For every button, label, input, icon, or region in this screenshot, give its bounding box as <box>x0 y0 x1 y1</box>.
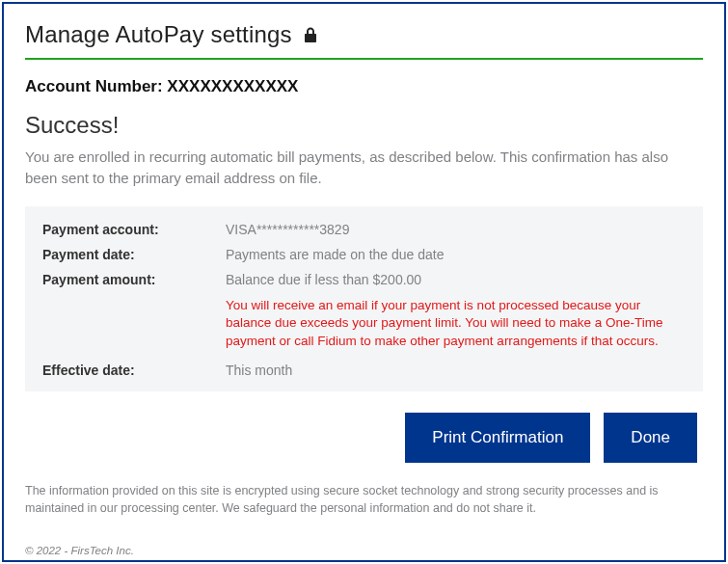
payment-limit-warning: You will receive an email if your paymen… <box>226 297 686 352</box>
security-disclaimer: The information provided on this site is… <box>25 482 703 517</box>
title-row: Manage AutoPay settings <box>25 21 703 48</box>
success-description: You are enrolled in recurring automatic … <box>25 147 703 189</box>
button-row: Print Confirmation Done <box>25 413 703 463</box>
payment-date-value: Payments are made on the due date <box>226 247 686 262</box>
account-number-row: Account Number: XXXXXXXXXXXX <box>25 77 703 96</box>
copyright: © 2022 - FirsTech Inc. <box>25 545 134 556</box>
payment-date-row: Payment date: Payments are made on the d… <box>42 247 686 262</box>
divider <box>25 58 703 60</box>
effective-date-value: This month <box>226 363 686 378</box>
print-confirmation-button[interactable]: Print Confirmation <box>405 413 590 463</box>
lock-icon <box>304 27 317 42</box>
done-button[interactable]: Done <box>604 413 697 463</box>
account-number-value: XXXXXXXXXXXX <box>167 77 298 95</box>
payment-amount-row: Payment amount: Balance due if less than… <box>42 272 686 287</box>
autopay-settings-panel: Manage AutoPay settings Account Number: … <box>2 2 726 562</box>
payment-account-label: Payment account: <box>42 222 226 237</box>
payment-amount-value: Balance due if less than $200.00 <box>226 272 686 287</box>
payment-date-label: Payment date: <box>42 247 226 262</box>
page-title: Manage AutoPay settings <box>25 21 292 48</box>
effective-date-row: Effective date: This month <box>42 363 686 378</box>
success-heading: Success! <box>25 112 703 139</box>
effective-date-label: Effective date: <box>42 363 226 378</box>
payment-account-row: Payment account: VISA************3829 <box>42 222 686 237</box>
payment-account-value: VISA************3829 <box>226 222 686 237</box>
account-number-label: Account Number: <box>25 77 163 95</box>
payment-amount-label: Payment amount: <box>42 272 226 287</box>
details-box: Payment account: VISA************3829 Pa… <box>25 206 703 392</box>
